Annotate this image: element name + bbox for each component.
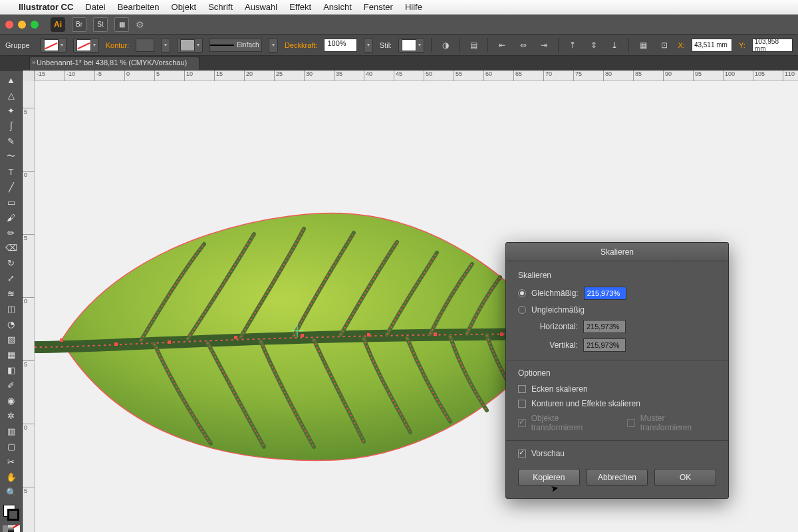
copy-button[interactable]: Kopieren bbox=[518, 469, 580, 486]
zoom-tool-icon[interactable]: 🔍 bbox=[2, 485, 21, 499]
free-transform-tool-icon[interactable]: ◫ bbox=[2, 302, 21, 316]
perspective-grid-tool-icon[interactable]: ▧ bbox=[2, 332, 21, 346]
cancel-button[interactable]: Abbrechen bbox=[587, 469, 648, 486]
align-vertical-bottom-icon[interactable]: ⤓ bbox=[608, 38, 622, 53]
shape-builder-tool-icon[interactable]: ◔ bbox=[2, 317, 21, 331]
mesh-tool-icon[interactable]: ▦ bbox=[2, 348, 21, 362]
ruler-tick: 5 bbox=[23, 108, 35, 115]
uniform-scale-input[interactable]: 215,973% bbox=[584, 287, 626, 300]
x-coordinate-input[interactable]: 43,511 mm bbox=[692, 39, 732, 52]
document-tab[interactable]: × Unbenannt-1* bei 438,81 % (CMYK/Vorsch… bbox=[29, 57, 200, 70]
menu-hilfe[interactable]: Hilfe bbox=[405, 2, 422, 12]
brush-definition-chev[interactable]: ▾ bbox=[269, 38, 278, 53]
line-segment-tool-icon[interactable]: ╱ bbox=[2, 180, 21, 194]
scale-tool-icon[interactable]: ⤢ bbox=[2, 271, 21, 285]
app-menu[interactable]: Illustrator CC bbox=[19, 2, 73, 12]
zoom-window-icon[interactable] bbox=[31, 21, 39, 29]
sync-settings-icon[interactable]: ⚙ bbox=[136, 19, 144, 30]
artboard-tool-icon[interactable]: ▢ bbox=[2, 440, 21, 454]
align-left-icon[interactable]: ▤ bbox=[467, 38, 481, 53]
rotate-tool-icon[interactable]: ↻ bbox=[2, 256, 21, 270]
ruler-tick: 45 bbox=[394, 70, 402, 81]
align-horizontal-right-icon[interactable]: ⇥ bbox=[537, 38, 552, 53]
eraser-tool-icon[interactable]: ⌫ bbox=[2, 241, 21, 255]
horizontal-scale-input[interactable]: 215,973% bbox=[583, 320, 626, 333]
bridge-button[interactable]: Br bbox=[72, 17, 86, 32]
menu-effekt[interactable]: Effekt bbox=[289, 2, 311, 12]
width-tool-icon[interactable]: ≋ bbox=[2, 287, 21, 301]
uniform-label: Gleichmäßig: bbox=[531, 289, 579, 298]
symbol-sprayer-tool-icon[interactable]: ✲ bbox=[2, 409, 21, 423]
scale-strokes-label: Konturen und Effekte skalieren bbox=[531, 399, 640, 408]
uniform-radio[interactable] bbox=[518, 289, 526, 297]
scale-dialog: Skalieren Skalieren Gleichmäßig: 215,973… bbox=[505, 242, 729, 499]
menu-datei[interactable]: Datei bbox=[85, 2, 105, 12]
minimize-window-icon[interactable] bbox=[18, 21, 26, 29]
ruler-tick: 0 bbox=[23, 171, 35, 178]
scale-corners-checkbox[interactable] bbox=[518, 385, 526, 393]
ruler-tick: 0 bbox=[23, 297, 35, 305]
direct-selection-tool-icon[interactable]: △ bbox=[2, 88, 21, 102]
svg-rect-6 bbox=[434, 332, 437, 336]
eyedropper-tool-icon[interactable]: ✐ bbox=[2, 378, 21, 392]
color-mode-toggle[interactable] bbox=[3, 525, 20, 532]
nonuniform-radio[interactable] bbox=[518, 306, 526, 314]
brush-definition-select[interactable]: Einfach bbox=[209, 39, 262, 52]
stroke-color-control[interactable]: ▾ bbox=[73, 38, 99, 53]
arrange-documents-button[interactable]: ▦ bbox=[114, 17, 129, 32]
selection-tool-icon[interactable]: ▲ bbox=[2, 73, 21, 87]
ruler-tick: 5 bbox=[23, 487, 35, 494]
dialog-title[interactable]: Skalieren bbox=[506, 243, 728, 261]
scale-strokes-checkbox[interactable] bbox=[518, 400, 526, 408]
paintbrush-tool-icon[interactable]: 🖌 bbox=[2, 211, 21, 225]
transform-objects-label: Objekte transformieren bbox=[531, 414, 610, 432]
close-window-icon[interactable] bbox=[5, 21, 13, 29]
opacity-chev[interactable]: ▾ bbox=[364, 38, 373, 53]
stroke-indicator-icon bbox=[7, 509, 19, 521]
menu-fenster[interactable]: Fenster bbox=[364, 2, 393, 12]
close-tab-icon[interactable]: × bbox=[32, 59, 35, 66]
lasso-tool-icon[interactable]: ʃ bbox=[2, 119, 21, 133]
leaf-artwork[interactable] bbox=[35, 181, 580, 476]
align-vertical-center-icon[interactable]: ⇕ bbox=[587, 38, 601, 53]
fill-stroke-indicator[interactable] bbox=[2, 503, 21, 523]
reference-point-icon[interactable]: ⊡ bbox=[657, 38, 672, 53]
fill-color-control[interactable]: ▾ bbox=[41, 38, 66, 53]
blend-tool-icon[interactable]: ◉ bbox=[2, 394, 21, 408]
column-graph-tool-icon[interactable]: ▥ bbox=[2, 424, 21, 438]
stroke-weight-input[interactable] bbox=[136, 39, 154, 52]
type-tool-icon[interactable]: T bbox=[2, 165, 21, 179]
menu-schrift[interactable]: Schrift bbox=[208, 2, 233, 12]
graphic-style-control[interactable]: ▾ bbox=[398, 38, 424, 53]
align-horizontal-left-icon[interactable]: ⇤ bbox=[495, 38, 509, 53]
pencil-tool-icon[interactable]: ✏ bbox=[2, 226, 21, 240]
stroke-swatch-2[interactable]: ▾ bbox=[177, 38, 203, 53]
opacity-input[interactable]: 100% bbox=[324, 39, 356, 52]
hand-tool-icon[interactable]: ✋ bbox=[2, 470, 21, 484]
menu-auswahl[interactable]: Auswahl bbox=[245, 2, 277, 12]
y-coordinate-input[interactable]: 103,958 mm bbox=[752, 39, 793, 52]
ruler-tick: 0 bbox=[124, 70, 130, 81]
align-horizontal-center-icon[interactable]: ⇔ bbox=[516, 38, 531, 53]
preview-checkbox[interactable] bbox=[518, 450, 526, 458]
vertical-scale-input[interactable]: 215,973% bbox=[583, 338, 626, 352]
menu-ansicht[interactable]: Ansicht bbox=[323, 2, 352, 12]
rectangle-tool-icon[interactable]: ▭ bbox=[2, 196, 21, 209]
ruler-tick: 10 bbox=[184, 70, 193, 81]
ok-button[interactable]: OK bbox=[654, 469, 716, 486]
transform-panel-icon[interactable]: ▦ bbox=[636, 38, 650, 53]
menu-objekt[interactable]: Objekt bbox=[172, 2, 197, 12]
align-vertical-top-icon[interactable]: ⤒ bbox=[565, 38, 580, 53]
stock-button[interactable]: St bbox=[93, 17, 108, 32]
slice-tool-icon[interactable]: ✂ bbox=[2, 455, 21, 469]
recolor-artwork-icon[interactable]: ◑ bbox=[438, 38, 453, 53]
gradient-tool-icon[interactable]: ◧ bbox=[2, 363, 21, 377]
ruler-origin-icon[interactable] bbox=[23, 70, 35, 81]
menu-bearbeiten[interactable]: Bearbeiten bbox=[118, 2, 160, 12]
magic-wand-tool-icon[interactable]: ✦ bbox=[2, 104, 21, 118]
pen-tool-icon[interactable]: ✎ bbox=[2, 134, 21, 148]
control-bar: Gruppe ▾ ▾ Kontur: ▾ ▾ Einfach ▾ Deckkra… bbox=[0, 35, 798, 56]
stroke-weight-stepper[interactable]: ▾ bbox=[161, 38, 170, 53]
ruler-tick: 75 bbox=[573, 70, 582, 81]
curvature-tool-icon[interactable]: 〜 bbox=[2, 150, 21, 164]
